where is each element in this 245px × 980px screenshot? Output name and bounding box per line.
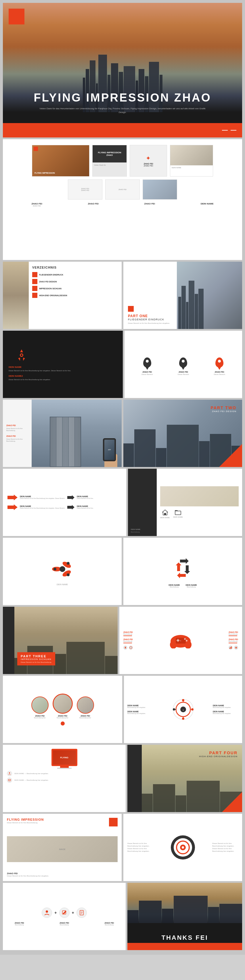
ctrl-label-4: ZHAO FEI Beschreibung [229,638,238,643]
ctrl-name-3: ZHAO FEI [229,631,238,633]
controller-center: + [136,633,225,648]
svg-point-35 [191,708,194,711]
house-icon-area: DEIN NAME [160,509,170,519]
slide-part-four: PART FOUR HIGH-END ORIGINALDESIGN [127,745,242,812]
slide-part-three: PART THREE IMPRESSION SICHUAN Dieser Ber… [3,607,118,674]
target-icon [170,835,196,861]
hub-center: ● [156,698,210,721]
arrow-row-1: DEIN NAME Dieser Bereich ist für Ihre Be… [8,495,122,500]
slide-dark-recycle: DEIN NAME Dieser Bereich ist für Ihre Be… [3,331,123,398]
svg-rect-23 [177,639,178,642]
icon-card-1-body: Dieser Bereich [142,374,153,376]
preview-grid: FLYING IMPRESSION FLYING IMPRESSIONZHAO … [9,145,236,177]
hub-body-3: Beschreibung hier eingeben. [213,706,239,708]
house-label: DEIN NAME [160,517,170,519]
combo-label-2: ZHAO FEI Beschreibung [59,922,69,926]
chart-icon [229,646,232,649]
part2-sublabel: ZHAO FEI DESIGN [210,410,236,413]
slide-icon-combo: + + [3,883,126,950]
slide-flying-impression: FLYING IMPRESSION Dieser Bereich ist für… [3,814,122,881]
preview-mini-2: ZHAO FEI [105,180,140,200]
ctrl-name-4: ZHAO FEI [229,638,238,640]
zhao-fei-1: ZHAO FEI [6,425,28,426]
menu-item-1: FLIEGENDER EINDRUCK [32,272,118,277]
monitor-area: FLYING [7,749,122,768]
menu-icon-4 [32,293,37,298]
preview-grid-row2: ZHAO FEIZHAO FEI ZHAO FEI [9,180,236,200]
dark-name1: DEIN NAME [9,366,22,368]
orange-dot [60,721,65,725]
row-10: FLYING DEIN NAME — Beschreibung hier ein… [3,745,242,812]
monitor-item-2: DEIN NAME — Beschreibung hier eingeben. [7,778,122,783]
svg-point-21 [186,640,188,641]
recycle-label-1: DEIN NAME Beschreibung [169,584,180,588]
ctrl-body-1: Beschreibung [123,633,133,635]
part3-part-label: PART THREE [21,654,52,658]
target-text-left: Dieser Bereich ist für Ihre Beschreibung… [127,842,153,853]
hub-label-4: DEIN NAME Beschreibung hier eingeben. [213,711,239,714]
svg-point-41 [9,772,10,773]
monitor-icons-list: DEIN NAME — Beschreibung hier eingeben. … [7,771,122,783]
menu-icon-3 [32,286,37,291]
ctrl-body-2: Beschreibung [123,640,133,642]
hub-name-3: DEIN NAME [213,705,239,706]
menu-text-2: ZHAO FEI DESIGN [39,281,57,283]
ctrl-label-2: ZHAO FEI Beschreibung [123,638,133,643]
controller-svg: + [170,633,191,648]
monitor-item-1-text: DEIN NAME — Beschreibung hier eingeben. [14,773,49,775]
person-icon [8,772,11,775]
slide-hub: DEIN NAME Beschreibung hier eingeben. DE… [124,676,242,743]
zhao-fei-body-1: Beschreibung [15,924,24,926]
svg-rect-42 [8,779,11,781]
ctrl-body-3: Beschreibung [229,633,238,635]
svg-rect-25 [229,648,230,649]
slide-part-one: PART ONE FLIEGENDER EINDRUCK Dieser Bere… [123,262,242,329]
arrow-row-2-content: DEIN NAME Dieser Bereich ist für Ihre Be… [20,505,65,509]
zhao-fei-body2: Dieser Bereich ist für Ihre Beschreibung… [6,438,28,442]
slide-recycle: DEIN NAME Beschreibung DEIN NAME Beschre… [123,538,242,605]
thanks-text-area: THANKS FEI [127,934,242,942]
slide-monitor: FLYING DEIN NAME — Beschreibung hier ein… [3,745,126,812]
part4-part: PART FOUR [199,751,237,755]
preview-mini-1: ZHAO FEIZHAO FEI [68,180,102,200]
mail-icon [8,779,11,781]
zhao-fei-2: ZHAO FEI [6,435,28,437]
plus-1: + [54,910,57,915]
folder-icon-area: DEIN NAME [173,510,183,518]
svg-point-20 [184,638,186,640]
verzeichnis-img [3,262,29,329]
office-dark-sidebar: DEIN NAMEBeschreibung [128,469,157,536]
circle-body-3: Beschreibung hier [77,717,94,719]
ctrl-icon-row [123,646,133,650]
fi-title-area: FLYING IMPRESSION Dieser Bereich ist für… [7,818,44,824]
verzeichnis-content: VERZEICHNIS FLIEGENDER EINDRUCK ZHAO FEI… [29,262,122,329]
office-icon-row: DEIN NAME DEIN NAME [160,509,239,519]
part4-dark [127,745,142,812]
propeller-svg [51,558,74,581]
menu-item-3: IMPRESSION SICHUAN [32,286,118,291]
slide-phone: ZHAO FEI Dieser Bereich ist für Ihre Bes… [3,400,122,467]
ctrl-icon-2 [129,646,133,650]
circle-photo-1: ZHAO FEI Beschreibung hier [31,697,49,719]
monitor-label: FLYING [60,756,68,759]
combo-label-1: ZHAO FEI Beschreibung [15,922,24,926]
slide-propeller: DEIN NAME [3,538,122,605]
svg-point-15 [54,568,56,571]
svg-point-47 [182,846,184,849]
svg-rect-8 [175,511,181,515]
recycle-name-1: DEIN NAME [169,584,180,586]
hub-labels-left: DEIN NAME Beschreibung hier eingeben. DE… [127,705,153,714]
hub-svg: ● [172,698,195,721]
row-5: ZHAO FEI Dieser Bereich ist für Ihre Bes… [3,400,242,467]
phone-layout: ZHAO FEI Dieser Bereich ist für Ihre Bes… [3,400,122,467]
combo-icon-1 [42,908,52,918]
slide-circle-photos: ZHAO FEI Beschreibung hier ZHAO FEI Besc… [3,676,122,743]
icon-combo-row: + + [7,908,122,918]
circle-photo-2: ZHAO FEI Beschreibung hier [52,694,73,719]
row-7: DEIN NAME DEIN NAME [3,538,242,605]
recycle-svg-large [170,555,196,581]
preview-labels: ZHAO FEI ZHAO FEI ZHAO FEI ZHAO FEI DEIN… [9,202,236,207]
spacer-1 [40,922,44,926]
icon-card-2-body: Dieser Bereich [178,374,189,376]
svg-text:+: + [180,640,181,642]
